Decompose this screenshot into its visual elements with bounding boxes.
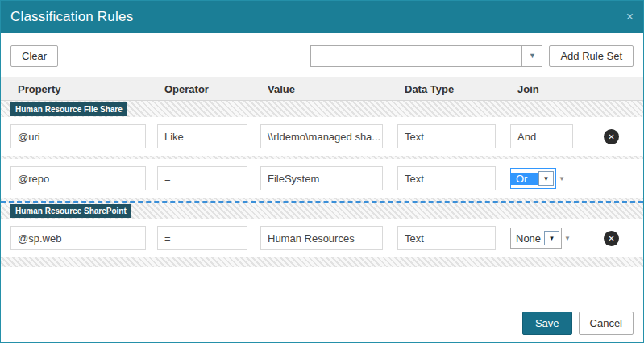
value-field[interactable]: \\rldemo\managed sha...	[260, 124, 383, 148]
table-row: @repo = FileSystem Text Or ▼ ▼	[1, 159, 643, 198]
join-select[interactable]: Or ▼	[510, 168, 556, 189]
save-button[interactable]: Save	[522, 312, 572, 335]
rule-set-combo-dropdown-icon[interactable]: ▼	[521, 46, 542, 66]
rule-set-combobox[interactable]: ▼	[310, 45, 542, 67]
table-body: Human Resource File Share @uri Like \\rl…	[1, 101, 643, 267]
table-row: @sp.web = Human Resources Text None ▼ ▼ …	[1, 219, 643, 257]
add-rule-set-button[interactable]: Add Rule Set	[549, 45, 634, 67]
join-combo-dropdown-icon[interactable]: ▼	[564, 235, 571, 242]
footer: Save Cancel	[1, 295, 643, 335]
delete-rule-icon[interactable]: ✕	[604, 129, 619, 144]
operator-field[interactable]: =	[157, 166, 247, 190]
close-icon[interactable]: ×	[626, 10, 634, 23]
operator-field[interactable]: =	[157, 226, 247, 250]
table-header-row: Property Operator Value Data Type Join	[1, 77, 643, 101]
data-type-field[interactable]: Text	[397, 124, 496, 148]
column-header-data-type: Data Type	[397, 83, 510, 95]
value-field[interactable]: Human Resources	[260, 226, 383, 250]
clear-button[interactable]: Clear	[10, 45, 58, 67]
join-combo-dropdown-icon[interactable]: ▼	[559, 175, 565, 182]
group-band-sharepoint: Human Resource SharePoint	[1, 201, 643, 219]
join-selected-value[interactable]: None	[511, 232, 544, 245]
table-row: @uri Like \\rldemo\managed sha... Text A…	[1, 117, 643, 156]
classification-rules-dialog: Classification Rules × Clear ▼ Add Rule …	[0, 0, 644, 343]
dialog-title: Classification Rules	[10, 9, 133, 25]
value-field[interactable]: FileSystem	[260, 166, 383, 190]
column-header-property: Property	[10, 83, 157, 95]
data-type-field[interactable]: Text	[397, 226, 496, 250]
group-label-badge: Human Resource SharePoint	[10, 204, 131, 218]
join-select[interactable]: None ▼	[510, 228, 562, 249]
column-header-value: Value	[260, 83, 397, 95]
delete-rule-icon[interactable]: ✕	[604, 231, 619, 246]
cancel-button[interactable]: Cancel	[579, 312, 634, 335]
property-field[interactable]: @sp.web	[10, 226, 146, 250]
dialog-header: Classification Rules ×	[1, 1, 643, 33]
group-label-badge: Human Resource File Share	[10, 102, 127, 116]
rule-set-combo-input[interactable]	[311, 46, 521, 66]
column-header-operator: Operator	[157, 83, 260, 95]
data-type-field[interactable]: Text	[397, 166, 496, 190]
join-select-dropdown-icon[interactable]: ▼	[538, 171, 554, 186]
join-selected-value[interactable]: Or	[511, 173, 538, 185]
join-field[interactable]: And	[510, 124, 573, 148]
property-field[interactable]: @uri	[10, 124, 146, 148]
group-band-file-share: Human Resource File Share	[1, 101, 643, 117]
join-select-dropdown-icon[interactable]: ▼	[544, 231, 559, 245]
rules-table: Property Operator Value Data Type Join H…	[1, 77, 643, 267]
toolbar: Clear ▼ Add Rule Set	[10, 44, 634, 67]
operator-field[interactable]: Like	[157, 124, 247, 148]
property-field[interactable]: @repo	[10, 166, 146, 190]
column-header-join: Join	[510, 83, 591, 95]
